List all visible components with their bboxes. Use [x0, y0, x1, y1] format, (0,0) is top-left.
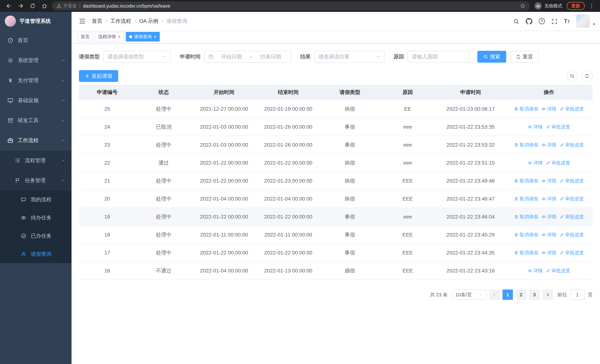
page-button-2[interactable]: 2 — [516, 289, 526, 300]
sidebar-item-todo-tasks[interactable]: 待办任务 — [0, 209, 72, 227]
pagination: 共 23 条 10条/页 1 2 3 前往 页 — [79, 289, 593, 300]
cancel-leave-link[interactable]: 取消请假 — [514, 250, 538, 256]
sidebar-item-my-processes[interactable]: 我的流程 — [0, 191, 72, 209]
detail-link[interactable]: 详情 — [542, 106, 556, 112]
search-button[interactable]: 搜索 — [477, 51, 506, 63]
approval-progress-link[interactable]: 审批进度 — [560, 142, 584, 148]
breadcrumb-home[interactable]: 首页 — [92, 18, 102, 25]
cancel-leave-link[interactable]: 取消请假 — [514, 178, 538, 184]
browser-forward-button[interactable] — [16, 1, 25, 10]
eye-icon — [528, 269, 532, 273]
search-icon — [483, 54, 488, 59]
sidebar-item-system[interactable]: 系统管理 — [0, 50, 72, 70]
screen: 不安全 dashboard.yudao.iocoder.cn/bpm/oa/le… — [0, 0, 600, 364]
approval-progress-link[interactable]: 审批进度 — [546, 160, 570, 166]
apply-time-range-picker[interactable]: 开始日期 - 结束日期 — [204, 51, 291, 63]
page-button-3[interactable]: 3 — [529, 289, 540, 300]
detail-link[interactable]: 详情 — [542, 142, 556, 148]
eye-icon — [542, 197, 546, 201]
close-icon[interactable]: × — [154, 34, 156, 39]
workflow-submenu: 流程管理 任务管理 我的流程 — [0, 150, 72, 263]
chevron-down-icon — [376, 54, 381, 59]
sidebar-fold-button[interactable] — [77, 18, 87, 24]
detail-link[interactable]: 详情 — [542, 214, 556, 220]
breadcrumb-oa-example[interactable]: OA 示例 — [139, 18, 159, 25]
caret-down-icon[interactable]: ▾ — [593, 22, 595, 28]
font-size-icon[interactable]: TT — [564, 18, 570, 25]
calendar-icon — [208, 54, 214, 59]
edit-icon — [546, 125, 550, 129]
tab-leave-query[interactable]: 请假查询 × — [126, 32, 160, 42]
apply-time-label: 申请时间 — [180, 53, 200, 60]
sidebar-item-process-mgmt[interactable]: 流程管理 — [0, 150, 72, 170]
approval-progress-link[interactable]: 审批进度 — [560, 232, 584, 238]
approval-progress-link[interactable]: 审批进度 — [546, 124, 570, 130]
refresh-table-button[interactable] — [581, 70, 593, 82]
detail-link[interactable]: 详情 — [542, 196, 556, 202]
reason-input[interactable] — [408, 51, 469, 62]
create-leave-button[interactable]: 发起请假 — [79, 70, 118, 82]
header-search-icon[interactable] — [513, 18, 519, 25]
github-icon[interactable] — [526, 18, 532, 25]
user-avatar[interactable] — [576, 14, 590, 28]
page-size-select[interactable]: 10条/页 — [452, 289, 486, 300]
leave-type-select[interactable]: 请选择请假类型 — [103, 51, 171, 63]
browser-back-button[interactable] — [4, 1, 13, 10]
approval-progress-link[interactable]: 审批进度 — [560, 178, 584, 184]
tab-home[interactable]: 首页 — [77, 32, 93, 42]
sidebar-item-payment[interactable]: ¥ 支付管理 — [0, 70, 72, 90]
approval-progress-link[interactable]: 审批进度 — [560, 106, 584, 112]
approval-progress-link[interactable]: 审批进度 — [560, 196, 584, 202]
chevron-down-icon — [61, 78, 66, 83]
browser-reload-button[interactable] — [28, 1, 37, 10]
cancel-leave-link[interactable]: 取消请假 — [514, 106, 538, 112]
sidebar-item-workflow[interactable]: 工作流程 — [0, 131, 72, 150]
sidebar-item-leave-query[interactable]: 请假查询 — [0, 245, 72, 263]
prev-page-button[interactable] — [489, 289, 500, 300]
detail-link[interactable]: 详情 — [542, 232, 556, 238]
reset-button[interactable]: 重置 — [510, 51, 539, 63]
edit-icon — [560, 233, 564, 237]
detail-link[interactable]: 详情 — [528, 160, 543, 166]
eye-icon — [528, 125, 532, 129]
security-chip[interactable]: 不安全 — [56, 3, 77, 9]
sidebar-item-devtools[interactable]: 研发工具 — [0, 111, 72, 131]
sidebar-item-task-mgmt[interactable]: 任务管理 — [0, 170, 72, 191]
goto-page-input[interactable] — [570, 289, 585, 300]
tab-process-detail[interactable]: 流程详情 × — [95, 32, 124, 42]
app-logo[interactable]: 芋道管理系统 — [0, 12, 72, 30]
detail-link[interactable]: 详情 — [542, 250, 556, 256]
sidebar-item-home[interactable]: 首页 — [0, 30, 72, 50]
detail-link[interactable]: 详情 — [542, 178, 556, 184]
cancel-leave-link[interactable]: 取消请假 — [514, 232, 538, 238]
bookmark-star-icon[interactable] — [520, 3, 525, 9]
chrome-menu-icon[interactable]: ⋮ — [588, 3, 596, 9]
fullscreen-icon[interactable] — [551, 18, 558, 25]
sidebar-item-done-tasks[interactable]: 已办任务 — [0, 227, 72, 245]
user-icon — [21, 251, 26, 257]
approval-progress-link[interactable]: 审批进度 — [560, 214, 584, 220]
address-bar[interactable]: 不安全 dashboard.yudao.iocoder.cn/bpm/oa/le… — [52, 1, 530, 10]
chrome-update-button[interactable]: 更新 — [567, 2, 585, 10]
help-icon[interactable]: ? — [539, 18, 545, 24]
detail-link[interactable]: 详情 — [528, 268, 543, 274]
chevron-down-icon — [61, 58, 66, 63]
browser-home-button[interactable] — [40, 1, 49, 10]
sidebar-item-infra[interactable]: 基础设施 — [0, 90, 72, 111]
result-select[interactable]: 请选择流结果 — [314, 51, 385, 63]
breadcrumb-workflow[interactable]: 工作流程 — [111, 18, 131, 25]
cancel-leave-link[interactable]: 取消请假 — [514, 142, 538, 148]
edit-icon — [546, 161, 550, 165]
detail-link[interactable]: 详情 — [528, 124, 543, 130]
page-button-1[interactable]: 1 — [503, 289, 513, 300]
cancel-leave-link[interactable]: 取消请假 — [514, 196, 538, 202]
table-body: 25 处理中 2021-12-27 00:00:00 2022-01-19 00… — [79, 100, 593, 280]
approval-progress-link[interactable]: 审批进度 — [560, 250, 584, 256]
chevron-down-icon — [162, 54, 167, 59]
cancel-leave-link[interactable]: 取消请假 — [514, 214, 538, 220]
next-page-button[interactable] — [543, 289, 553, 300]
close-icon[interactable]: × — [118, 34, 121, 39]
toggle-search-button[interactable] — [567, 70, 578, 82]
approval-progress-link[interactable]: 审批进度 — [546, 268, 570, 274]
result-label: 结果 — [300, 53, 310, 60]
